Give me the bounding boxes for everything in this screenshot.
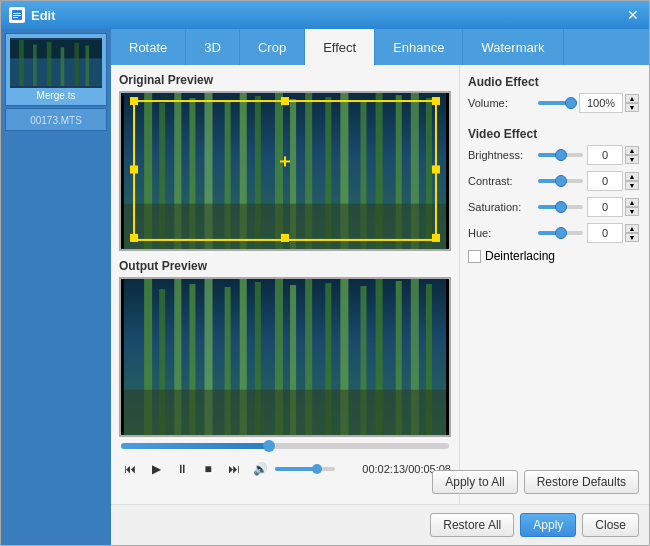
- saturation-slider[interactable]: [538, 199, 583, 215]
- volume-value[interactable]: [579, 93, 623, 113]
- tab-effect[interactable]: Effect: [305, 29, 375, 65]
- video-panel: Original Preview: [111, 65, 459, 504]
- apply-button[interactable]: Apply: [520, 513, 576, 537]
- tab-watermark[interactable]: Watermark: [463, 29, 563, 65]
- skip-back-button[interactable]: ⏮: [119, 458, 141, 480]
- svg-rect-8: [47, 42, 52, 86]
- svg-rect-62: [124, 390, 446, 435]
- saturation-spin-up[interactable]: ▲: [625, 198, 639, 207]
- contrast-value[interactable]: [587, 171, 623, 191]
- volume-fill: [275, 467, 317, 471]
- svg-rect-7: [33, 45, 37, 86]
- tab-crop[interactable]: Crop: [240, 29, 305, 65]
- deinterlacing-row: Deinterlacing: [468, 249, 639, 263]
- svg-rect-9: [61, 47, 65, 86]
- original-preview-label: Original Preview: [119, 73, 451, 87]
- volume-slider[interactable]: [538, 95, 575, 111]
- main-area: Rotate 3D Crop Effect Enhance Watermark: [111, 29, 649, 545]
- stop-button[interactable]: ■: [197, 458, 219, 480]
- hue-spin-down[interactable]: ▼: [625, 233, 639, 242]
- content-area: Merge.ts 00173.MTS Rotate 3D Crop Effe: [1, 29, 649, 545]
- volume-spin-down[interactable]: ▼: [625, 103, 639, 112]
- hue-row: Hue: ▲ ▼: [468, 223, 639, 243]
- svg-rect-6: [19, 40, 24, 86]
- volume-spinner: ▲ ▼: [625, 94, 639, 112]
- hue-slider[interactable]: [538, 225, 583, 241]
- brightness-row: Brightness: ▲ ▼: [468, 145, 639, 165]
- file-name-mts: 00173.MTS: [10, 115, 102, 126]
- close-window-button[interactable]: ✕: [625, 7, 641, 23]
- play-button[interactable]: ▶: [145, 458, 167, 480]
- apply-all-row: Apply to All Restore Defaults: [468, 470, 639, 494]
- progress-track[interactable]: [121, 443, 449, 449]
- video-effect-label: Video Effect: [468, 127, 639, 141]
- saturation-row: Saturation: ▲ ▼: [468, 197, 639, 217]
- file-item-merge[interactable]: Merge.ts: [5, 33, 107, 106]
- output-video-container: [119, 277, 451, 437]
- file-item-mts[interactable]: 00173.MTS: [5, 108, 107, 131]
- original-video-container: [119, 91, 451, 251]
- video-effect-section: Video Effect Brightness:: [468, 127, 639, 263]
- brightness-value[interactable]: [587, 145, 623, 165]
- hue-spinner: ▲ ▼: [625, 224, 639, 242]
- brightness-slider[interactable]: [538, 147, 583, 163]
- svg-rect-2: [13, 15, 21, 16]
- svg-rect-38: [281, 234, 289, 242]
- close-button[interactable]: Close: [582, 513, 639, 537]
- tab-3d[interactable]: 3D: [186, 29, 240, 65]
- pause-button[interactable]: ⏸: [171, 458, 193, 480]
- svg-rect-31: [124, 204, 446, 249]
- file-thumbnail-merge: [10, 38, 102, 88]
- contrast-spin-up[interactable]: ▲: [625, 172, 639, 181]
- contrast-label: Contrast:: [468, 175, 538, 187]
- restore-all-button[interactable]: Restore All: [430, 513, 514, 537]
- restore-defaults-button[interactable]: Restore Defaults: [524, 470, 639, 494]
- saturation-spinner: ▲ ▼: [625, 198, 639, 216]
- title-bar: Edit ✕: [1, 1, 649, 29]
- volume-spin-up[interactable]: ▲: [625, 94, 639, 103]
- volume-label: Volume:: [468, 97, 538, 109]
- svg-rect-1: [13, 13, 21, 14]
- contrast-spin-down[interactable]: ▼: [625, 181, 639, 190]
- saturation-label: Saturation:: [468, 201, 538, 213]
- brightness-label: Brightness:: [468, 149, 538, 161]
- volume-icon: 🔊: [249, 458, 271, 480]
- window-icon: [9, 7, 25, 23]
- volume-thumb[interactable]: [312, 464, 322, 474]
- contrast-spinner: ▲ ▼: [625, 172, 639, 190]
- volume-track[interactable]: [275, 467, 335, 471]
- hue-spin-up[interactable]: ▲: [625, 224, 639, 233]
- skip-forward-button[interactable]: ⏭: [223, 458, 245, 480]
- file-list-panel: Merge.ts 00173.MTS: [1, 29, 111, 545]
- apply-to-all-button[interactable]: Apply to All: [432, 470, 517, 494]
- saturation-spin-down[interactable]: ▼: [625, 207, 639, 216]
- deinterlacing-label: Deinterlacing: [485, 249, 555, 263]
- volume-row: Volume: ▲ ▼: [468, 93, 639, 113]
- svg-rect-3: [13, 17, 18, 18]
- svg-rect-10: [74, 43, 79, 86]
- svg-rect-37: [281, 97, 289, 105]
- tab-bar: Rotate 3D Crop Effect Enhance Watermark: [111, 29, 649, 65]
- svg-rect-39: [130, 165, 138, 173]
- bottom-buttons: Restore All Apply Close: [111, 504, 649, 545]
- saturation-value[interactable]: [587, 197, 623, 217]
- tab-rotate[interactable]: Rotate: [111, 29, 186, 65]
- brightness-spin-down[interactable]: ▼: [625, 155, 639, 164]
- tab-enhance[interactable]: Enhance: [375, 29, 463, 65]
- progress-fill: [121, 443, 269, 449]
- audio-effect-section: Audio Effect Volume: ▲: [468, 75, 639, 119]
- controls-row: ⏮ ▶ ⏸ ■ ⏭ 🔊 00:02:13/00:05:08: [119, 455, 451, 483]
- svg-rect-34: [432, 97, 440, 105]
- progress-thumb[interactable]: [263, 440, 275, 452]
- volume-area: 🔊: [249, 458, 335, 480]
- edit-window: Edit ✕ Merge.ts: [0, 0, 650, 546]
- progress-bar-container: [119, 443, 451, 449]
- panels: Original Preview: [111, 65, 649, 504]
- deinterlacing-checkbox[interactable]: [468, 250, 481, 263]
- contrast-slider[interactable]: [538, 173, 583, 189]
- contrast-row: Contrast: ▲ ▼: [468, 171, 639, 191]
- hue-label: Hue:: [468, 227, 538, 239]
- brightness-spin-up[interactable]: ▲: [625, 146, 639, 155]
- hue-value[interactable]: [587, 223, 623, 243]
- svg-rect-36: [432, 234, 440, 242]
